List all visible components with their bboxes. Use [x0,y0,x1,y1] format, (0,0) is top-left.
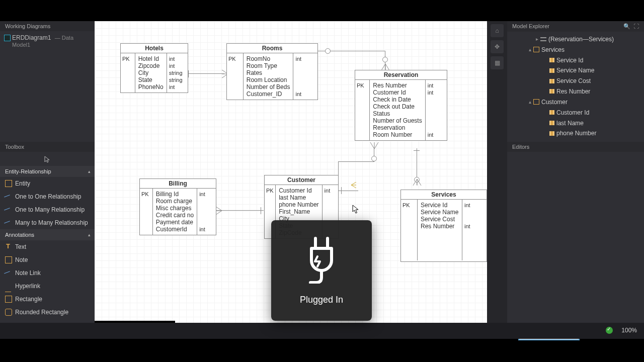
hyperlink-icon [5,286,11,292]
collapse-icon: ▴ [88,232,91,237]
entity-title: Billing [140,179,216,189]
editors-title: Editors [507,142,644,152]
rectangle-icon [5,296,12,303]
plug-icon [297,233,346,284]
toolbox-title: Toolbox [0,142,95,152]
one-to-one-icon [4,195,12,203]
working-diagrams-panel: Working Diagrams ERDDiagram1 — Data Mode… [0,21,95,142]
panel-actions[interactable]: 🔍 ⛶ [623,23,639,30]
entity-title: Hotels [121,44,188,53]
tick-icon [188,70,189,77]
entity-title: Customer [265,175,338,185]
tick-icon [261,207,261,214]
note-icon [5,256,12,263]
entity-title: Rooms [227,44,317,53]
tool-text[interactable]: TText [0,240,95,253]
group-er-label: Entity-Relationship [5,168,51,174]
zoom-level[interactable]: 100% [621,327,637,334]
toolbox-pointer[interactable] [0,152,95,166]
working-diagrams-title: Working Diagrams [0,21,95,31]
entity-types: int int [197,189,216,235]
tick-icon [341,187,342,194]
note-link-icon [4,271,12,279]
mouse-cursor [352,205,359,214]
many-to-many-icon [4,221,12,229]
toolbox-panel: Toolbox Entity-Relationship▴ Entity One … [0,142,95,339]
rail-target-button[interactable]: ✥ [491,40,504,53]
entity-columns: Service IdService NameService CostRes Nu… [418,200,462,260]
entity-columns: RoomNoRoom TypeRatesRoom LocationNumber … [244,53,293,100]
rail-grid-button[interactable]: ▦ [491,56,504,69]
entity-title: Services [401,190,487,200]
entity-columns: Hotel IdZipcodeCityStatePhoneNo [135,53,167,93]
plugged-in-toast: Plugged In [271,220,372,321]
model-explorer-panel: Model Explorer 🔍 ⛶ ▸(Reservation—Service… [507,21,644,142]
tool-rectangle[interactable]: Rectangle [0,293,95,306]
entity-types: intintstringstringint [167,53,188,93]
tool-one-to-many[interactable]: One to Many Relationship [0,203,95,216]
status-bar: 100% [0,323,644,339]
group-entity-relationship[interactable]: Entity-Relationship▴ [0,166,95,177]
tree-row[interactable]: Service Cost [507,75,644,86]
tool-hyperlink[interactable]: Hyperlink [0,280,95,293]
tree-row[interactable]: ▴Customer [507,97,644,107]
diagram-name: ERDDiagram1 [12,34,51,41]
entity-types: int int [293,53,317,100]
tree-row[interactable]: Customer Id [507,107,644,118]
pointer-icon [44,156,50,163]
entity-services[interactable]: Services PK Service IdService NameServic… [400,190,487,262]
working-diagram-item[interactable]: ERDDiagram1 — Data Model1 [0,31,95,51]
entity-icon [5,180,12,187]
tool-note[interactable]: Note [0,253,95,266]
rail-home-button[interactable]: ⌂ [491,24,504,37]
group-ann-label: Annotations [5,232,34,238]
one-to-many-icon [4,208,12,216]
tool-many-to-many[interactable]: Many to Many Relationship [0,216,95,229]
rel-billing-customer[interactable] [216,210,264,211]
entity-reservation[interactable]: Reservation PK Res NumberCustomer IdChec… [355,70,447,141]
entity-billing[interactable]: Billing PK Billing IdRoom chargeMisc cha… [139,178,216,235]
rounded-rectangle-icon [5,309,12,316]
group-annotations[interactable]: Annotations▴ [0,229,95,240]
tree-row[interactable]: last Name [507,118,644,128]
entity-columns: Res NumberCustomer IdCheck in DateCheck … [370,80,425,140]
crowfoot-icon [215,206,222,215]
crowfoot-icon [370,142,379,149]
app-root: Working Diagrams ERDDiagram1 — Data Mode… [0,21,644,339]
tree-row[interactable]: Service Id [507,55,644,65]
rel-h-seg [338,161,374,162]
entity-types: int int [462,200,487,260]
tree-row[interactable]: ▴Services [507,44,644,55]
tree-row[interactable]: Res Number [507,86,644,97]
entity-columns: Billing IdRoom chargeMisc chargesCredit … [153,189,197,235]
tree-row[interactable]: ▸(Reservation—Services) [507,34,644,44]
model-explorer-title: Model Explorer 🔍 ⛶ [507,21,644,32]
collapse-icon: ▴ [88,169,91,174]
tool-one-to-one[interactable]: One to One Relationship [0,190,95,203]
circle-icon [382,57,388,62]
tick-icon [414,150,420,151]
diagram-icon [4,35,11,41]
model-tree[interactable]: ▸(Reservation—Services)▴ServicesService … [507,32,644,140]
status-ok-icon [606,327,613,334]
entity-rooms[interactable]: Rooms PK RoomNoRoom TypeRatesRoom Locati… [226,43,318,100]
toast-label: Plugged In [271,295,372,305]
editors-panel: Editors [507,142,644,323]
crowfoot-icon [351,182,357,188]
entity-title: Reservation [355,70,447,80]
crowfoot-icon [413,179,422,186]
tool-note-link[interactable]: Note Link [0,266,95,280]
tree-row[interactable]: Service Name [507,65,644,75]
text-icon: T [5,243,11,249]
circle-icon [325,48,331,54]
right-rail: ⌂ ✥ ▦ [487,21,507,323]
tool-rounded-rectangle[interactable]: Rounded Rectangle [0,306,95,319]
tree-row[interactable]: phone Number [507,128,644,138]
entity-hotels[interactable]: Hotels PK Hotel IdZipcodeCityStatePhoneN… [120,43,188,93]
circle-icon [371,156,377,161]
entity-types: intint int [425,80,447,140]
rel-hotels-rooms[interactable] [187,73,224,74]
tool-entity[interactable]: Entity [0,177,95,190]
